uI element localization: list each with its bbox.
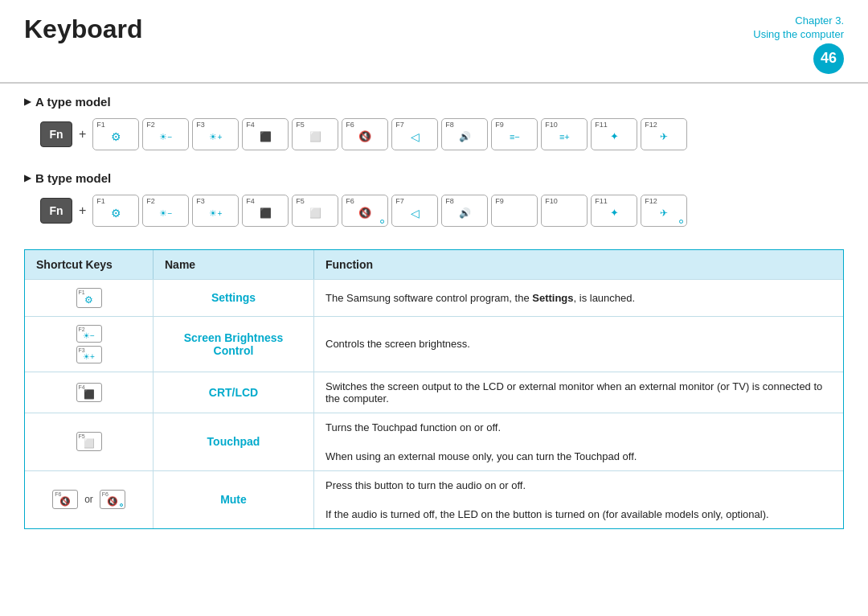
section-a-header: A type model (0, 84, 868, 115)
table-body: F1 ⚙ Settings The Samsung software contr… (25, 279, 843, 529)
td-name-touchpad: Touchpad (154, 413, 314, 470)
page-number: 46 (813, 43, 844, 74)
plus-a: + (79, 127, 86, 142)
plus-b: + (79, 203, 86, 218)
fkey-b-f12-dot (679, 220, 683, 224)
td-keys-touchpad: F5 ⬜ (25, 413, 154, 470)
mini-key-f4-crtlcd: F4 ⬛ (76, 383, 102, 402)
fkey-b-f4: F4 ⬛ (242, 195, 289, 227)
fkey-a-f10: F10 ≡+ (541, 118, 588, 150)
fkey-b-f9: F9 (491, 195, 538, 227)
fkey-b-f8: F8 🔊 (441, 195, 488, 227)
mini-key-f6-mute-dot: F6 🔇 (100, 490, 125, 509)
fkey-b-f2: F2 ☀− (142, 195, 189, 227)
td-func-brightness: Controls the screen brightness. (314, 317, 843, 372)
th-name: Name (154, 250, 314, 279)
td-func-crtlcd: Switches the screen output to the LCD or… (314, 372, 843, 413)
td-func-touchpad: Turns the Touchpad function on or off. W… (314, 413, 843, 470)
fkey-a-f1: F1 ⚙ (92, 118, 139, 150)
table-header: Shortcut Keys Name Function (25, 250, 843, 279)
fkey-a-f12: F12 ✈ (641, 118, 687, 150)
td-func-settings: The Samsung software control program, th… (314, 280, 843, 316)
mute-keys-inline: F6 🔇 or F6 🔇 (52, 490, 125, 509)
fkey-a-f3: F3 ☀+ (192, 118, 239, 150)
mini-key-f1-settings: F1 ⚙ (76, 288, 102, 308)
table-row-crtlcd: F4 ⬛ CRT/LCD Switches the screen output … (25, 372, 843, 413)
b-type-key-row: Fn + F1 ⚙ F2 ☀− F3 ☀+ F4 ⬛ F5 ⬜ F6 🔇 (0, 191, 868, 236)
td-keys-settings: F1 ⚙ (25, 280, 154, 316)
fkey-b-f5: F5 ⬜ (292, 195, 338, 227)
chapter-text: Chapter 3. Using the computer (753, 14, 844, 42)
th-shortcut-keys: Shortcut Keys (25, 250, 154, 279)
page: Keyboard Chapter 3. Using the computer 4… (0, 0, 868, 616)
header: Keyboard Chapter 3. Using the computer 4… (0, 0, 868, 84)
td-keys-mute: F6 🔇 or F6 🔇 (25, 471, 154, 528)
table-row-mute: F6 🔇 or F6 🔇 Mute Press (25, 470, 843, 529)
a-type-key-row: Fn + F1 ⚙ F2 ☀− F3 ☀+ F4 ⬛ F5 ⬜ F6 🔇 (0, 115, 868, 160)
fkey-a-f11: F11 ✦ (591, 118, 637, 150)
fn-key-a: Fn (40, 121, 72, 147)
fkey-a-f2: F2 ☀− (142, 118, 189, 150)
fkey-a-f7: F7 ◁ (391, 118, 438, 150)
table-row-brightness: F2 ☀− F3 ☀+ Screen Brightness Control Co… (25, 316, 843, 372)
mini-key-f6-mute: F6 🔇 (52, 490, 78, 509)
fn-key-b: Fn (40, 198, 72, 224)
td-name-brightness: Screen Brightness Control (154, 317, 314, 372)
fkey-b-f6: F6 🔇 (342, 195, 388, 227)
fkey-b-f1: F1 ⚙ (92, 195, 139, 227)
page-title: Keyboard (24, 14, 753, 44)
td-name-crtlcd: CRT/LCD (154, 372, 314, 413)
chapter-badge: Chapter 3. Using the computer 46 (753, 14, 844, 74)
fkey-a-f5: F5 ⬜ (292, 118, 338, 150)
td-name-settings: Settings (154, 280, 314, 316)
td-func-mute: Press this button to turn the audio on o… (314, 471, 843, 528)
fkey-b-f6-dot (380, 220, 384, 224)
mini-key-f5-touchpad: F5 ⬜ (76, 432, 102, 451)
mini-key-f6-dot (120, 503, 123, 507)
td-keys-brightness: F2 ☀− F3 ☀+ (25, 317, 154, 372)
fkey-b-f11: F11 ✦ (591, 195, 637, 227)
shortcut-table: Shortcut Keys Name Function F1 ⚙ Setting… (24, 249, 844, 529)
fkey-a-f6: F6 🔇 (342, 118, 388, 150)
section-b-header: B type model (0, 160, 868, 191)
mini-key-f3-brightness: F3 ☀+ (76, 346, 102, 363)
th-function: Function (314, 250, 843, 279)
fkey-a-f9: F9 ≡− (491, 118, 538, 150)
fkey-a-f4: F4 ⬛ (242, 118, 289, 150)
fkey-b-f7: F7 ◁ (391, 195, 438, 227)
fkey-b-f10: F10 (541, 195, 588, 227)
td-name-mute: Mute (154, 471, 314, 528)
td-keys-crtlcd: F4 ⬛ (25, 372, 154, 413)
fkey-b-f12: F12 ✈ (641, 195, 687, 227)
or-text: or (84, 494, 93, 505)
mini-key-f2-brightness: F2 ☀− (76, 325, 102, 343)
table-row-touchpad: F5 ⬜ Touchpad Turns the Touchpad functio… (25, 413, 843, 470)
fkey-a-f8: F8 🔊 (441, 118, 488, 150)
table-row-settings: F1 ⚙ Settings The Samsung software contr… (25, 279, 843, 316)
fkey-b-f3: F3 ☀+ (192, 195, 239, 227)
